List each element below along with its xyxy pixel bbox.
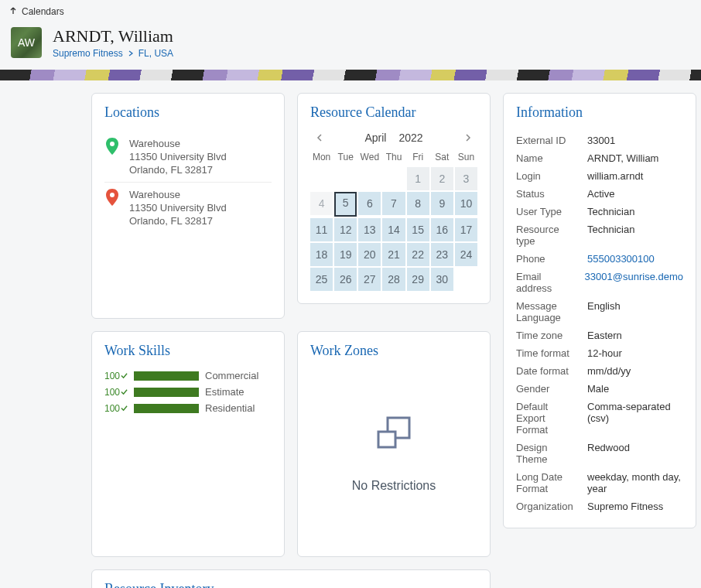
calendar-day[interactable]: 17: [455, 218, 477, 241]
information-title: Information: [516, 104, 683, 121]
info-row: Design Theme Redwood: [516, 439, 683, 468]
calendar-cell-empty: [455, 268, 477, 291]
calendar-day[interactable]: 9: [431, 192, 453, 215]
breadcrumb: Supremo Fitness FL, USA: [53, 48, 173, 59]
info-key: Login: [516, 170, 580, 182]
calendar-next-button[interactable]: [462, 132, 474, 144]
calendar-cell-empty: [358, 167, 381, 190]
info-row: Time zone Eastern: [516, 326, 683, 344]
info-value: Male: [587, 383, 683, 395]
info-key: User Type: [516, 206, 580, 217]
breadcrumb-org[interactable]: Supremo Fitness: [53, 48, 123, 59]
calendar-dow: Sun: [455, 152, 477, 162]
skill-bar: [134, 371, 199, 381]
information-card: Information External ID 33001 Name ARNDT…: [503, 93, 696, 528]
info-value: Supremo Fitness: [587, 501, 683, 512]
calendar-day[interactable]: 13: [358, 218, 381, 241]
work-zones-card: Work Zones No Restrictions: [297, 331, 491, 557]
info-key: Time format: [516, 347, 580, 359]
back-to-calendars[interactable]: Calendars: [0, 0, 701, 23]
info-value: weekday, month day, year: [587, 471, 683, 494]
calendar-day[interactable]: 24: [455, 243, 477, 266]
svg-rect-3: [378, 432, 395, 447]
info-row: Status Active: [516, 185, 683, 203]
skill-label: Residential: [205, 402, 255, 414]
calendar-day[interactable]: 14: [382, 218, 405, 241]
calendar-day[interactable]: 8: [407, 192, 429, 215]
calendar-day[interactable]: 20: [358, 243, 381, 266]
calendar-prev-button[interactable]: [313, 132, 326, 144]
calendar-day[interactable]: 28: [382, 268, 405, 291]
svg-point-1: [110, 193, 115, 197]
info-row: Message Language English: [516, 297, 683, 326]
work-zones-title: Work Zones: [310, 343, 477, 359]
info-row: User Type Technician: [516, 203, 683, 220]
calendar-title: Resource Calendar: [310, 104, 477, 121]
info-value[interactable]: 33001@sunrise.demo: [585, 271, 683, 294]
calendar-day[interactable]: 27: [358, 268, 381, 291]
location-item[interactable]: Warehouse 11350 University Blvd Orlando,…: [104, 183, 272, 233]
info-key: Email address: [516, 271, 577, 294]
calendar-dow: Mon: [310, 152, 333, 162]
calendar-cell-empty: [382, 167, 405, 190]
info-key: Message Language: [516, 300, 580, 323]
calendar-dow: Fri: [407, 152, 429, 162]
info-row: Name ARNDT, William: [516, 149, 683, 167]
calendar-day[interactable]: 26: [334, 268, 357, 291]
info-value: Active: [587, 188, 683, 200]
info-row: Date format mm/dd/yy: [516, 362, 683, 380]
calendar-day[interactable]: 25: [310, 268, 333, 291]
location-name: Warehouse: [129, 138, 227, 149]
info-row: Default Export Format Comma-separated (c…: [516, 398, 683, 439]
calendar-day[interactable]: 23: [431, 243, 453, 266]
page-header: AW ARNDT, William Supremo Fitness FL, US…: [0, 23, 701, 70]
calendar-day[interactable]: 7: [382, 192, 405, 215]
skill-percent: 100: [104, 403, 128, 414]
work-skills-card: Work Skills 100 Commercial 100 Estimate …: [91, 331, 285, 557]
calendar-day[interactable]: 10: [455, 192, 477, 215]
calendar-day[interactable]: 4: [310, 192, 333, 215]
info-key: Organization: [516, 501, 580, 512]
skill-percent: 100: [104, 371, 128, 381]
calendar-day[interactable]: 6: [358, 192, 381, 215]
calendar-day[interactable]: 19: [334, 243, 357, 266]
calendar-day[interactable]: 11: [310, 218, 333, 241]
info-row: External ID 33001: [516, 132, 683, 149]
calendar-day[interactable]: 12: [334, 218, 357, 241]
calendar-day[interactable]: 16: [431, 218, 453, 241]
work-skills-title: Work Skills: [104, 343, 272, 359]
back-label: Calendars: [22, 6, 64, 17]
calendar-dow: Thu: [382, 152, 405, 162]
calendar-day[interactable]: 15: [407, 218, 429, 241]
calendar-cell-empty: [310, 167, 333, 190]
info-row: Gender Male: [516, 380, 683, 398]
location-item[interactable]: Warehouse 11350 University Blvd Orlando,…: [104, 132, 272, 183]
info-value: Technician: [587, 206, 683, 217]
calendar-day[interactable]: 21: [382, 243, 405, 266]
info-value[interactable]: 555003300100: [587, 253, 683, 265]
skill-row: 100 Commercial: [104, 370, 272, 381]
calendar-day[interactable]: 18: [310, 243, 333, 266]
calendar-day[interactable]: 1: [407, 167, 429, 190]
skill-label: Estimate: [205, 386, 244, 398]
calendar-day[interactable]: 29: [407, 268, 429, 291]
map-pin-icon: [104, 189, 120, 207]
page-title: ARNDT, William: [53, 26, 173, 46]
calendar-day[interactable]: 30: [431, 268, 453, 291]
calendar-day[interactable]: 22: [407, 243, 429, 266]
calendar-day[interactable]: 5: [334, 192, 357, 217]
info-row: Time format 12-hour: [516, 344, 683, 362]
info-key: Date format: [516, 365, 580, 377]
skill-row: 100 Estimate: [104, 386, 272, 398]
breadcrumb-region[interactable]: FL, USA: [138, 48, 173, 59]
info-value: ARNDT, William: [587, 152, 683, 164]
location-address-line1: 11350 University Blvd: [129, 151, 227, 162]
location-address-line2: Orlando, FL 32817: [129, 215, 227, 227]
calendar-dow: Wed: [358, 152, 381, 162]
calendar-day[interactable]: 2: [431, 167, 453, 190]
info-key: Resource type: [516, 224, 580, 247]
info-row: Long Date Format weekday, month day, yea…: [516, 468, 683, 497]
calendar-day[interactable]: 3: [455, 167, 477, 190]
info-key: Time zone: [516, 330, 580, 341]
skill-percent: 100: [104, 387, 128, 398]
